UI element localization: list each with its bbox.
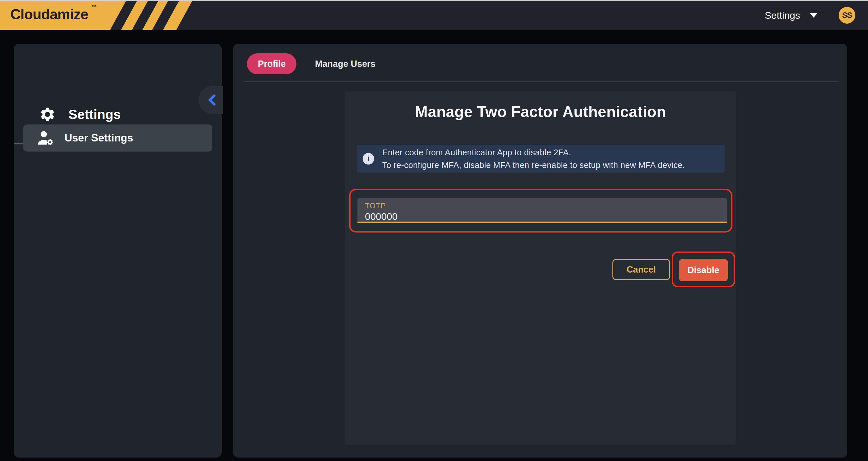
tabs-divider [244,82,839,82]
topbar-settings-menu[interactable]: Settings [765,10,800,21]
gear-icon [39,106,56,123]
totp-input[interactable] [365,211,682,222]
topbar-right-group: Settings SS [765,1,855,30]
chevron-down-icon[interactable] [810,13,817,18]
totp-field-label: TOTP [365,201,727,210]
two-factor-card: Manage Two Factor Authenication i Enter … [345,91,736,445]
totp-field[interactable]: TOTP [358,198,727,223]
cloudamize-logo[interactable]: Cloudamize ™ [0,1,193,30]
sidebar-item-label: User Settings [64,132,133,144]
avatar[interactable]: SS [839,7,855,24]
top-bar: Cloudamize ™ Settings SS [0,1,868,30]
info-banner: i Enter code from Authenticator App to d… [357,145,725,173]
page-title: Manage Two Factor Authenication [345,103,736,120]
disable-button-highlight: Disable [672,252,735,287]
logo-wordmark: Cloudamize [10,6,88,23]
chevron-left-icon [206,93,219,107]
info-text: Enter code from Authenticator App to dis… [382,146,685,171]
window-top-edge [0,0,868,1]
info-line-1: Enter code from Authenticator App to dis… [382,146,685,159]
main-panel: Profile Manage Users Manage Two Factor A… [233,44,847,458]
sidebar-header: Settings [39,106,121,123]
disable-button[interactable]: Disable [679,259,728,281]
tab-profile[interactable]: Profile [247,53,297,74]
totp-field-highlight: TOTP [349,189,733,232]
tab-manage-users[interactable]: Manage Users [315,59,375,69]
tab-bar: Profile Manage Users [247,53,376,74]
sidebar-item-user-settings[interactable]: User Settings [23,124,212,151]
settings-sidebar: Settings User Settings [14,44,222,458]
info-icon: i [363,153,374,165]
user-gear-icon [37,129,55,146]
sidebar-collapse-button[interactable] [198,86,223,114]
info-line-2: To re-configure MFA, disable MFA then re… [382,159,685,171]
cancel-button[interactable]: Cancel [613,259,670,280]
sidebar-title: Settings [68,107,121,122]
logo-trademark: ™ [92,4,96,10]
